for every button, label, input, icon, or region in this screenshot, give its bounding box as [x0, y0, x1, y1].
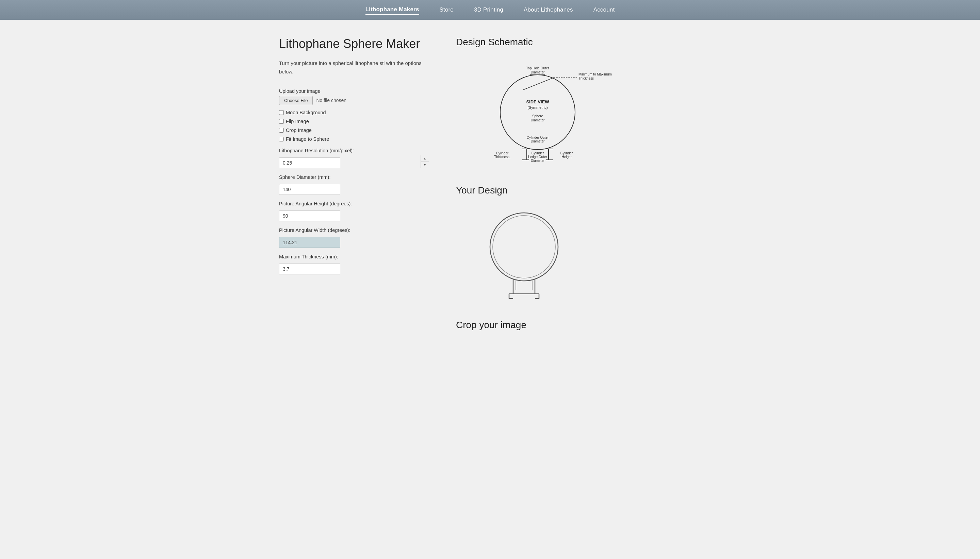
schematic-heading: Design Schematic: [456, 37, 708, 48]
svg-text:Ledge Outer: Ledge Outer: [528, 155, 547, 159]
design-svg-wrap: [476, 206, 708, 309]
angular-width-label: Picture Angular Width (degrees):: [279, 227, 429, 233]
flip-image-row[interactable]: Flip Image: [279, 119, 429, 124]
svg-point-28: [493, 215, 555, 278]
svg-text:Cylinder: Cylinder: [496, 151, 509, 155]
svg-text:(Symmetric): (Symmetric): [527, 106, 547, 109]
choose-file-button[interactable]: Choose File: [279, 96, 313, 105]
schematic-section: Design Schematic: [456, 37, 708, 168]
nav-3d-printing[interactable]: 3D Printing: [474, 7, 503, 15]
form-section: Upload your image Choose File No file ch…: [279, 88, 429, 275]
svg-text:Cylinder: Cylinder: [532, 151, 544, 155]
svg-text:Minimum to Maximum: Minimum to Maximum: [579, 73, 612, 76]
resolution-arrows: ▲ ▼: [421, 155, 429, 168]
design-svg: [476, 206, 572, 308]
fit-image-row[interactable]: Fit Image to Sphere: [279, 136, 429, 142]
nav-lithophane-makers[interactable]: Lithophane Makers: [365, 6, 419, 15]
page-description: Turn your picture into a spherical litho…: [279, 59, 422, 76]
navigation: Lithophane Makers Store 3D Printing Abou…: [0, 0, 980, 20]
left-panel: Lithophane Sphere Maker Turn your pictur…: [279, 37, 449, 331]
fit-image-label: Fit Image to Sphere: [286, 136, 329, 142]
crop-image-row[interactable]: Crop Image: [279, 127, 429, 133]
flip-image-checkbox[interactable]: [279, 119, 284, 124]
crop-heading: Crop your image: [456, 320, 708, 331]
main-container: Lithophane Sphere Maker Turn your pictur…: [245, 20, 735, 351]
max-thickness-input[interactable]: [279, 263, 340, 275]
nav-about-lithophanes[interactable]: About Lithophanes: [524, 7, 573, 15]
nav-store[interactable]: Store: [439, 7, 454, 15]
your-design-heading: Your Design: [456, 185, 708, 196]
your-design-section: Your Design: [456, 185, 708, 309]
resolution-label: Lithophane Resolution (mm/pixel):: [279, 148, 429, 153]
angular-width-input[interactable]: [279, 237, 340, 248]
nav-account[interactable]: Account: [594, 7, 615, 15]
crop-image-label: Crop Image: [286, 127, 312, 133]
moon-background-row[interactable]: Moon Background: [279, 110, 429, 115]
svg-line-8: [523, 78, 554, 90]
upload-label: Upload your image: [279, 88, 429, 94]
angular-height-label: Picture Angular Height (degrees):: [279, 201, 429, 207]
svg-text:SIDE VIEW: SIDE VIEW: [526, 99, 549, 104]
svg-text:Diameter: Diameter: [531, 159, 545, 162]
schematic-svg-wrap: SIDE VIEW (Symmetric) Top Hole Outer Dia…: [469, 58, 708, 168]
max-thickness-label: Maximum Thickness (mm):: [279, 254, 429, 260]
svg-text:Thickness,: Thickness,: [494, 155, 511, 159]
resolution-down-arrow[interactable]: ▼: [421, 162, 429, 168]
fit-image-checkbox[interactable]: [279, 137, 284, 141]
svg-text:Cylinder: Cylinder: [560, 151, 573, 155]
page-title: Lithophane Sphere Maker: [279, 37, 429, 51]
svg-point-27: [490, 213, 558, 281]
crop-image-checkbox[interactable]: [279, 128, 284, 132]
svg-text:Top Hole Outer: Top Hole Outer: [526, 66, 549, 70]
resolution-spinner-wrap: ▲ ▼: [279, 155, 429, 168]
no-file-text: No file chosen: [316, 98, 347, 103]
angular-height-input[interactable]: [279, 210, 340, 222]
sphere-diameter-label: Sphere Diameter (mm):: [279, 174, 429, 180]
resolution-up-arrow[interactable]: ▲: [421, 155, 429, 162]
svg-text:Diameter: Diameter: [531, 139, 545, 143]
svg-text:Diameter: Diameter: [531, 70, 545, 74]
flip-image-label: Flip Image: [286, 119, 309, 124]
sphere-diameter-input[interactable]: [279, 184, 340, 195]
right-panel: Design Schematic: [449, 37, 708, 331]
svg-text:Height: Height: [562, 155, 572, 159]
svg-text:Sphere: Sphere: [532, 114, 544, 118]
resolution-input[interactable]: [279, 157, 340, 168]
svg-text:Diameter: Diameter: [531, 118, 545, 122]
svg-text:Cylinder Outer: Cylinder Outer: [527, 136, 549, 139]
schematic-svg: SIDE VIEW (Symmetric) Top Hole Outer Dia…: [469, 58, 633, 167]
moon-background-label: Moon Background: [286, 110, 326, 115]
svg-text:Thickness: Thickness: [579, 76, 594, 80]
moon-background-checkbox[interactable]: [279, 110, 284, 115]
file-input-row: Choose File No file chosen: [279, 96, 429, 105]
